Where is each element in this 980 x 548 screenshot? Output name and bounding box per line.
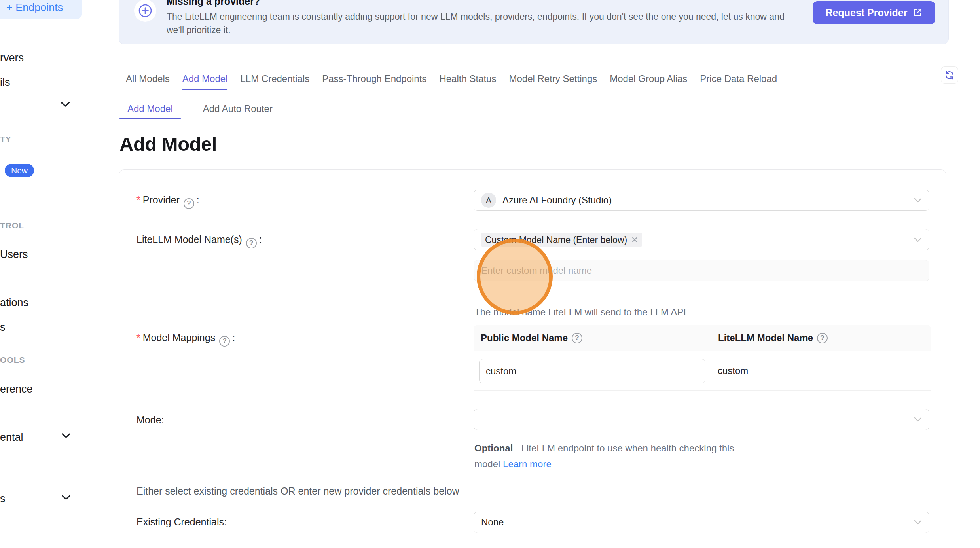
table-row: custom bbox=[474, 351, 931, 391]
tab-llm-credentials[interactable]: LLM Credentials bbox=[240, 67, 309, 90]
banner-title: Missing a provider? bbox=[167, 0, 260, 7]
sidebar-item-servers[interactable]: rvers bbox=[0, 52, 24, 64]
sidebar-item-endpoints[interactable]: + Endpoints bbox=[0, 0, 82, 19]
provider-value: Azure AI Foundry (Studio) bbox=[502, 195, 612, 206]
litellm-names-select[interactable]: Custom Model Name (Enter below) bbox=[474, 229, 929, 250]
chevron-down-icon[interactable] bbox=[61, 495, 71, 501]
chevron-down-icon bbox=[914, 520, 922, 525]
credentials-note: Either select existing credentials OR en… bbox=[136, 485, 459, 497]
tab-all-models[interactable]: All Models bbox=[126, 67, 170, 90]
add-model-form-card: *Provider?: A Azure AI Foundry (Studio) … bbox=[119, 169, 946, 548]
sidebar: + Endpoints rvers ils TY New TROL Users … bbox=[0, 0, 119, 548]
missing-provider-banner: Missing a provider? The LiteLLM engineer… bbox=[119, 0, 949, 44]
sidebar-item-reference[interactable]: erence bbox=[0, 383, 33, 395]
new-badge: New bbox=[5, 164, 34, 177]
sidebar-section-security: TY bbox=[0, 135, 11, 144]
help-icon[interactable]: ? bbox=[184, 198, 194, 209]
litellm-names-label: LiteLLM Model Name(s)?: bbox=[136, 234, 262, 248]
model-mappings-label: *Model Mappings?: bbox=[136, 332, 235, 347]
learn-more-link[interactable]: Learn more bbox=[503, 459, 552, 469]
refresh-button[interactable] bbox=[941, 66, 958, 84]
custom-model-name-input[interactable] bbox=[474, 260, 929, 281]
chevron-down-icon bbox=[914, 417, 922, 422]
sidebar-item-experimental[interactable]: ental bbox=[0, 431, 23, 444]
help-icon[interactable]: ? bbox=[246, 238, 257, 248]
subtab-add-auto-router[interactable]: Add Auto Router bbox=[194, 98, 281, 119]
chevron-down-icon[interactable] bbox=[60, 101, 70, 108]
tab-model-group-alias[interactable]: Model Group Alias bbox=[610, 67, 687, 90]
model-name-tag: Custom Model Name (Enter below) bbox=[481, 233, 642, 247]
banner-description: The LiteLLM engineering team is constant… bbox=[167, 10, 796, 37]
provider-avatar: A bbox=[481, 193, 496, 208]
table-header-row: Public Model Name ? LiteLLM Model Name ? bbox=[474, 325, 931, 351]
help-icon[interactable]: ? bbox=[219, 336, 230, 347]
sidebar-item-settings[interactable]: s bbox=[0, 493, 6, 505]
required-marker: * bbox=[136, 194, 140, 205]
existing-credentials-label: Existing Credentials: bbox=[136, 516, 227, 528]
existing-credentials-value: None bbox=[481, 517, 504, 528]
close-icon[interactable] bbox=[631, 236, 638, 243]
page-title: Add Model bbox=[119, 133, 217, 155]
help-icon[interactable]: ? bbox=[817, 333, 828, 343]
sidebar-item-label: + Endpoints bbox=[6, 2, 63, 14]
request-provider-label: Request Provider bbox=[825, 7, 907, 19]
sidebar-section-access-control: TROL bbox=[0, 221, 24, 230]
main-content: Missing a provider? The LiteLLM engineer… bbox=[119, 0, 959, 548]
mode-label: Mode: bbox=[136, 414, 164, 426]
sidebar-item-details[interactable]: ils bbox=[0, 76, 10, 89]
sidebar-section-tools: OOLS bbox=[0, 355, 25, 365]
provider-label: *Provider?: bbox=[136, 194, 199, 209]
add-model-subtabs: Add Model Add Auto Router bbox=[119, 98, 957, 119]
model-tabs: All Models Add Model LLM Credentials Pas… bbox=[119, 67, 957, 90]
custom-model-helper: The model name LiteLLM will send to the … bbox=[474, 307, 686, 318]
sidebar-item-teams[interactable]: s bbox=[0, 321, 6, 334]
litellm-model-name-cell: custom bbox=[718, 351, 748, 391]
request-provider-button[interactable]: Request Provider bbox=[813, 1, 935, 24]
plus-circle-icon bbox=[134, 0, 156, 22]
existing-credentials-select[interactable]: None bbox=[474, 512, 929, 533]
refresh-icon bbox=[944, 70, 955, 80]
or-divider: OR bbox=[119, 546, 947, 548]
sidebar-item-users[interactable]: Users bbox=[0, 248, 28, 261]
column-public-model-name: Public Model Name ? bbox=[474, 332, 711, 343]
tab-model-retry-settings[interactable]: Model Retry Settings bbox=[509, 67, 597, 90]
tab-price-data-reload[interactable]: Price Data Reload bbox=[700, 67, 777, 90]
tab-health-status[interactable]: Health Status bbox=[439, 67, 496, 90]
mode-select[interactable] bbox=[474, 409, 929, 430]
column-litellm-model-name: LiteLLM Model Name ? bbox=[711, 332, 830, 343]
subtab-add-model[interactable]: Add Model bbox=[119, 98, 182, 119]
chevron-down-icon bbox=[914, 198, 922, 203]
model-mappings-table: Public Model Name ? LiteLLM Model Name ?… bbox=[474, 325, 931, 391]
public-model-name-input[interactable] bbox=[479, 359, 705, 383]
required-marker: * bbox=[136, 332, 140, 343]
chevron-down-icon bbox=[914, 237, 922, 242]
tab-add-model[interactable]: Add Model bbox=[182, 67, 228, 90]
tab-pass-through-endpoints[interactable]: Pass-Through Endpoints bbox=[322, 67, 426, 90]
sidebar-item-organizations[interactable]: ations bbox=[0, 297, 28, 309]
help-icon[interactable]: ? bbox=[572, 333, 582, 343]
chevron-down-icon[interactable] bbox=[61, 433, 71, 439]
mode-helper: Optional - LiteLLM endpoint to use when … bbox=[474, 440, 751, 472]
external-link-icon bbox=[912, 8, 923, 18]
provider-select[interactable]: A Azure AI Foundry (Studio) bbox=[474, 190, 929, 211]
